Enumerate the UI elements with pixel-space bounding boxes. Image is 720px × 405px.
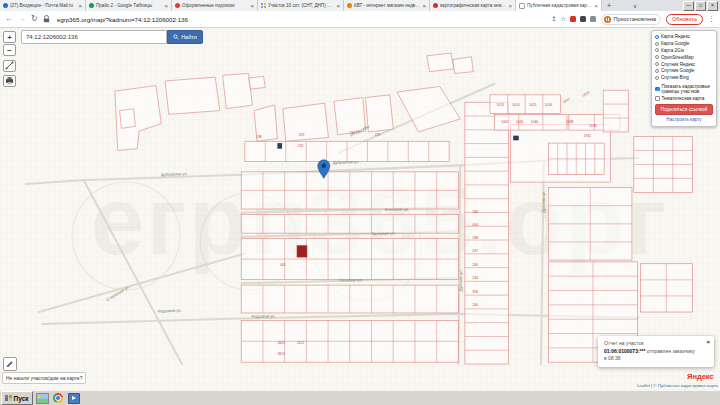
tab-close-icon[interactable]: ×: [336, 3, 340, 9]
start-button[interactable]: Пуск: [1, 391, 33, 405]
yandex-logo[interactable]: Яндекс: [687, 372, 714, 381]
base-layer-option[interactable]: Спутник Bing: [655, 75, 713, 80]
ruler-icon: [5, 61, 14, 70]
base-layer-label: Карта Google: [661, 41, 689, 46]
configure-map-link[interactable]: Настроить карту: [655, 117, 713, 122]
radio-icon: [655, 76, 659, 80]
tab-close-icon[interactable]: ×: [78, 3, 82, 9]
browser-tab[interactable]: (27) Входящие - Почта Mail.ru×: [0, 0, 86, 11]
parcel-number: 1018: [582, 90, 591, 97]
radio-icon: [655, 48, 659, 52]
radio-icon: [655, 35, 659, 39]
reload-icon[interactable]: ↻: [31, 15, 38, 23]
base-layer-option[interactable]: Спутник Яндекс: [655, 62, 713, 67]
parcel-block: [548, 188, 632, 260]
quicklaunch-chrome-button[interactable]: [52, 392, 65, 404]
parcel-number: 219: [375, 133, 381, 137]
extension-icon[interactable]: [570, 16, 576, 22]
quicklaunch-app-button[interactable]: [68, 392, 81, 404]
minimize-button[interactable]: —: [683, 1, 694, 11]
extensions-puzzle-icon[interactable]: [590, 16, 596, 22]
share-icon[interactable]: ↥: [551, 16, 556, 23]
url-bar[interactable]: egrp365.org/map/?kadnum=74:12:1206002:13…: [57, 16, 546, 23]
browser-tab[interactable]: картографическая карта земель...×: [430, 0, 516, 11]
base-layer-option[interactable]: Карта 2Gis: [655, 48, 713, 53]
search-input[interactable]: [21, 30, 167, 44]
checkbox-icon: ✓: [655, 87, 660, 92]
close-button[interactable]: ×: [707, 1, 718, 11]
printer-icon: [5, 76, 14, 85]
notification-title: Отчет на участок: [604, 340, 708, 348]
notification-body: 01:06:0100073:*** отправлен заказчику: [604, 348, 708, 356]
tab-close-icon[interactable]: ×: [164, 3, 168, 9]
parcel-number: 138: [256, 135, 262, 139]
browser-tab[interactable]: Оформленные подписки×: [172, 0, 258, 11]
parcel-number: 1016: [545, 103, 553, 107]
profile-pill[interactable]: Приостановлена: [601, 14, 661, 25]
parcel-block: [241, 239, 458, 280]
dot-favicon-icon: [3, 3, 8, 8]
building: [277, 143, 282, 149]
browser-menu-icon[interactable]: ⋮: [708, 15, 715, 23]
new-tab-button[interactable]: +: [607, 2, 611, 9]
base-layer-list: Карта ЯндексКарта GoogleКарта 2GisOpenSt…: [655, 34, 713, 81]
print-button[interactable]: [3, 75, 16, 87]
taskbar: Пуск: [0, 390, 720, 405]
tab-strip: (27) Входящие - Почта Mail.ru×Прайс 2 - …: [0, 0, 602, 11]
base-layer-label: OpenStreetMap: [661, 55, 693, 60]
browser-tab[interactable]: КВТ - интернет магазин недвиж...×: [344, 0, 430, 11]
quicklaunch-images-button[interactable]: [36, 392, 49, 404]
parcel-block: [241, 172, 458, 209]
base-layer-option[interactable]: Карта Яндекс: [655, 34, 713, 39]
tab-search-chevron-icon[interactable]: ∨: [633, 3, 637, 9]
zoom-out-button[interactable]: −: [3, 44, 16, 56]
parcel-number: 1941: [584, 134, 592, 138]
zoom-in-button[interactable]: +: [3, 31, 16, 43]
parcel-number: 246: [472, 303, 478, 307]
browser-tab[interactable]: Публичная кадастровая карта ...×: [516, 0, 602, 11]
report-notification: × Отчет на участок 01:06:0100073:*** отп…: [598, 336, 714, 367]
tab-close-icon[interactable]: ×: [508, 3, 512, 9]
search-icon: [173, 34, 179, 40]
parcel-number: 1038: [566, 120, 574, 124]
map-attribution[interactable]: Leaflet | © Публичная кадастровая карта: [637, 383, 718, 388]
base-layer-option[interactable]: Карта Google: [655, 41, 713, 46]
ruler-button[interactable]: [3, 60, 16, 72]
parcel-number: 1014: [512, 103, 520, 107]
browser-tab[interactable]: Прайс 2 - Google Таблицы×: [86, 0, 172, 11]
base-layer-label: Спутник Google: [661, 68, 694, 73]
back-icon[interactable]: ←: [5, 15, 13, 23]
parcel-block: [548, 143, 604, 175]
parcel-number: 441: [280, 263, 286, 267]
maximize-button[interactable]: □: [695, 1, 706, 11]
notification-time: в 08:38: [604, 355, 708, 363]
base-layer-option[interactable]: OpenStreetMap: [655, 55, 713, 60]
bookmark-star-icon[interactable]: ☆: [561, 16, 567, 23]
tab-title: Оформленные подписки: [182, 3, 248, 8]
parcel-block: [241, 285, 458, 313]
browser-tab[interactable]: Участок 10 сот. (СНТ, ДНП) — Р...×: [258, 0, 344, 11]
update-browser-button[interactable]: Обновить: [666, 14, 703, 25]
base-layer-option[interactable]: Спутник Google: [655, 68, 713, 73]
search-button[interactable]: Найти: [167, 30, 203, 44]
image-viewer-icon: [36, 393, 49, 404]
parcel: [453, 57, 473, 74]
sync-paused-icon: [604, 16, 611, 23]
notification-close-icon[interactable]: ×: [706, 338, 710, 347]
street-label: Кленовая ул.: [385, 207, 409, 212]
app-shortcut-icon: [68, 393, 80, 404]
overlay-option[interactable]: ✓Показать кадастровые границы участков: [655, 84, 713, 95]
parcel-block: [634, 137, 692, 193]
overlay-option[interactable]: Тематическая карта: [655, 96, 713, 101]
tab-close-icon[interactable]: ×: [422, 3, 426, 9]
share-link-button[interactable]: Поделиться ссылкой: [655, 104, 713, 115]
tab-close-icon[interactable]: ×: [594, 3, 598, 9]
forward-icon[interactable]: →: [18, 15, 26, 23]
map-viewport[interactable]: егрп365.орг13822323223421910131014101510…: [0, 28, 720, 390]
tab-close-icon[interactable]: ×: [250, 3, 254, 9]
street-label: Дубровная ул.: [161, 171, 188, 177]
parcel-number: 2625: [277, 341, 285, 345]
tab-title: Публичная кадастровая карта ...: [527, 3, 592, 8]
extension-icon[interactable]: [580, 16, 586, 22]
draw-feedback-button[interactable]: [3, 357, 17, 371]
